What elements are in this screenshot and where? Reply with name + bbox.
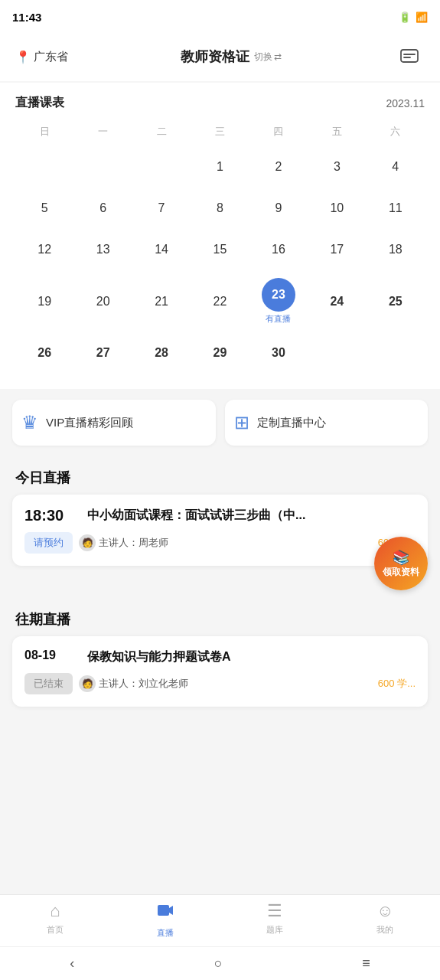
system-menu-button[interactable]: ≡ xyxy=(362,956,370,972)
calendar-day-30[interactable]: 30 xyxy=(249,332,308,374)
ended-button: 已结束 xyxy=(24,673,73,694)
quiz-icon: ☰ xyxy=(267,901,282,921)
calendar-day-17[interactable]: 17 xyxy=(308,229,366,270)
past-teacher-info: 🧑 主讲人：刘立化老师 xyxy=(79,675,372,692)
past-live-card-bottom: 已结束 🧑 主讲人：刘立化老师 600 学... xyxy=(24,673,416,694)
custom-live-label: 定制直播中心 xyxy=(257,416,326,430)
calendar-day-4[interactable]: 4 xyxy=(367,146,425,188)
message-icon xyxy=(399,47,419,67)
wifi-icon: 📶 xyxy=(416,11,428,23)
location-icon: 📍 xyxy=(15,50,31,64)
past-teacher-name: 主讲人：刘立化老师 xyxy=(99,677,188,691)
switch-button[interactable]: 切换 ⇄ xyxy=(254,51,282,64)
calendar-day-29[interactable]: 29 xyxy=(191,332,249,374)
past-live-card-top: 08-19 保教知识与能力押题试卷A xyxy=(24,648,416,665)
today-live-card-wrapper: 18:30 中小幼面试课程：面试试讲三步曲（中... 请预约 🧑 主讲人：周老师… xyxy=(0,495,440,575)
calendar-day-10[interactable]: 10 xyxy=(308,188,366,229)
calendar-day-23-today[interactable]: 23 有直播 xyxy=(249,270,308,332)
calendar-section: 直播课表 2023.11 日 一 二 三 四 五 六 1 2 3 4 5 6 7… xyxy=(0,83,440,389)
calendar-day-16[interactable]: 16 xyxy=(249,229,308,270)
battery-icon: 🔋 xyxy=(399,11,411,23)
mine-icon: ☺ xyxy=(376,901,393,921)
message-button[interactable] xyxy=(394,41,425,72)
calendar-day-5[interactable]: 5 xyxy=(15,188,73,229)
calendar-day-11[interactable]: 11 xyxy=(367,188,425,229)
calendar-day-3[interactable]: 3 xyxy=(308,146,366,188)
calendar-weekdays: 日 一 二 三 四 五 六 xyxy=(15,122,425,142)
nav-item-mine[interactable]: ☺ 我的 xyxy=(330,901,440,939)
has-live-label: 有直播 xyxy=(266,313,291,325)
calendar-day-25[interactable]: 25 xyxy=(367,270,425,332)
status-icons: 🔋 📶 xyxy=(399,11,428,23)
location-selector[interactable]: 📍 广东省 xyxy=(15,50,68,64)
header: 📍 广东省 教师资格证 切换 ⇄ xyxy=(0,34,440,81)
calendar-day-12[interactable]: 12 xyxy=(15,229,73,270)
nav-item-home[interactable]: ⌂ 首页 xyxy=(0,901,110,939)
calendar-day-21[interactable]: 21 xyxy=(132,270,191,332)
calendar-days: 1 2 3 4 5 6 7 8 9 10 11 12 13 14 15 16 1… xyxy=(15,146,425,374)
live-time: 18:30 xyxy=(24,507,78,524)
past-live-card-0[interactable]: 08-19 保教知识与能力押题试卷A 已结束 🧑 主讲人：刘立化老师 600 学… xyxy=(12,636,428,707)
calendar-day-19[interactable]: 19 xyxy=(15,270,73,332)
location-text: 广东省 xyxy=(34,50,68,64)
calendar-day-13[interactable]: 13 xyxy=(73,229,132,270)
nav-item-quiz[interactable]: ☰ 题库 xyxy=(220,901,331,939)
home-icon: ⌂ xyxy=(50,901,60,921)
calendar-day-15[interactable]: 15 xyxy=(191,229,249,270)
calendar-day-18[interactable]: 18 xyxy=(367,229,425,270)
past-live-date: 08-19 xyxy=(24,648,78,662)
calendar-day-26[interactable]: 26 xyxy=(15,332,73,374)
calendar-day-14[interactable]: 14 xyxy=(132,229,191,270)
switch-icon: ⇄ xyxy=(274,51,282,62)
calendar-day-9[interactable]: 9 xyxy=(249,188,308,229)
calendar-day-28[interactable]: 28 xyxy=(132,332,191,374)
status-bar: 11:43 🔋 📶 xyxy=(0,0,440,34)
weekday-fri: 五 xyxy=(308,122,366,142)
live-card-bottom: 请预约 🧑 主讲人：周老师 600 学... xyxy=(24,532,416,554)
status-time: 11:43 xyxy=(12,11,41,24)
quick-links: ♛ VIP直播精彩回顾 ⊞ 定制直播中心 xyxy=(0,389,440,456)
calendar-day-empty xyxy=(308,332,366,374)
system-back-button[interactable]: ‹ xyxy=(70,956,74,972)
calendar-day-empty xyxy=(132,146,191,188)
crown-icon: ♛ xyxy=(21,412,38,433)
teacher-name: 主讲人：周老师 xyxy=(99,536,168,550)
calendar-day-24[interactable]: 24 xyxy=(308,270,366,332)
teacher-info: 🧑 主讲人：周老师 xyxy=(79,534,372,551)
layers-icon: ⊞ xyxy=(234,412,249,433)
calendar-day-27[interactable]: 27 xyxy=(73,332,132,374)
calendar-day-2[interactable]: 2 xyxy=(249,146,308,188)
calendar-day-20[interactable]: 20 xyxy=(73,270,132,332)
svg-rect-1 xyxy=(158,905,169,916)
bottom-spacer xyxy=(0,716,440,808)
reserve-button[interactable]: 请预约 xyxy=(24,532,73,554)
calendar-day-8[interactable]: 8 xyxy=(191,188,249,229)
today-live-section-title: 今日直播 xyxy=(0,456,440,495)
calendar-day-6[interactable]: 6 xyxy=(73,188,132,229)
calendar-day-1[interactable]: 1 xyxy=(191,146,249,188)
past-live-title: 保教知识与能力押题试卷A xyxy=(87,648,416,665)
floating-coupon[interactable]: 📚 领取资料 xyxy=(374,537,428,590)
past-teacher-avatar: 🧑 xyxy=(79,675,96,692)
calendar-header: 直播课表 2023.11 xyxy=(15,95,425,111)
custom-live-button[interactable]: ⊞ 定制直播中心 xyxy=(225,400,429,446)
title-group: 教师资格证 切换 ⇄ xyxy=(181,47,282,66)
weekday-tue: 二 xyxy=(132,122,191,142)
nav-item-live[interactable]: 直播 xyxy=(110,901,220,939)
past-student-count: 600 学... xyxy=(378,677,416,691)
calendar-day-22[interactable]: 22 xyxy=(191,270,249,332)
calendar-day-7[interactable]: 7 xyxy=(132,188,191,229)
past-live-section-title: 往期直播 xyxy=(0,598,440,636)
teacher-avatar: 🧑 xyxy=(79,534,96,551)
calendar-label: 直播课表 xyxy=(15,95,64,111)
system-nav: ‹ ○ ≡ xyxy=(0,946,440,980)
calendar-month: 2023.11 xyxy=(386,97,425,109)
calendar-day-empty xyxy=(367,332,425,374)
calendar-day-empty xyxy=(73,146,132,188)
vip-replay-button[interactable]: ♛ VIP直播精彩回顾 xyxy=(12,400,216,446)
today-live-card-0[interactable]: 18:30 中小幼面试课程：面试试讲三步曲（中... 请预约 🧑 主讲人：周老师… xyxy=(12,495,428,566)
weekday-sat: 六 xyxy=(367,122,425,142)
system-home-button[interactable]: ○ xyxy=(214,956,223,972)
calendar-day-empty xyxy=(15,146,73,188)
weekday-sun: 日 xyxy=(15,122,73,142)
